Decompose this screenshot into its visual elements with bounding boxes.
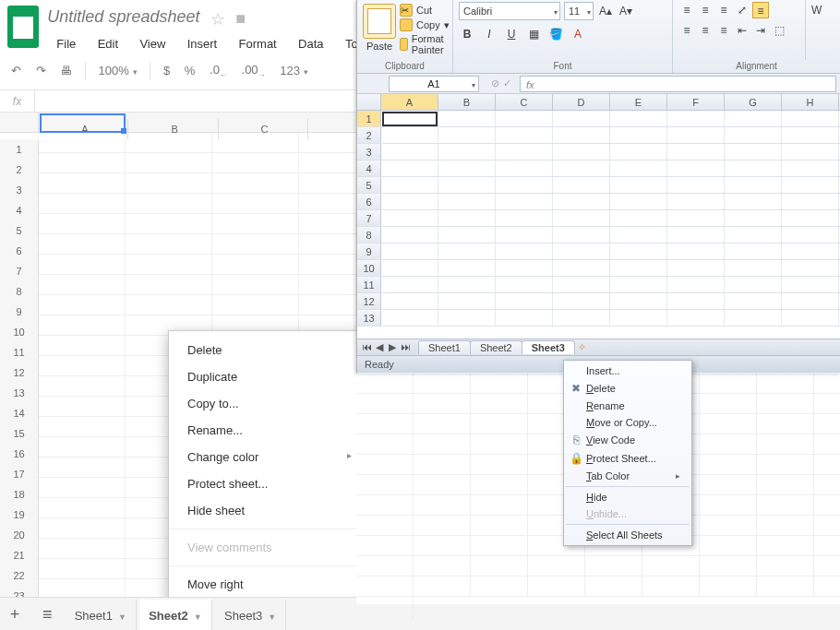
orientation-icon[interactable]: ⤢: [734, 2, 750, 18]
ctx-duplicate[interactable]: Duplicate: [169, 363, 370, 390]
row-header[interactable]: 7: [357, 210, 381, 226]
first-tab-icon[interactable]: ⏮: [361, 341, 372, 353]
more-formats[interactable]: 123: [274, 60, 314, 81]
star-icon[interactable]: ☆: [210, 9, 225, 30]
decrease-decimal[interactable]: .0←: [204, 59, 233, 83]
last-tab-icon[interactable]: ⏭: [400, 341, 411, 353]
wrap-text-icon[interactable]: ≡: [752, 2, 769, 18]
ctx-protect[interactable]: 🔒Protect Sheet...: [566, 449, 690, 468]
xl-grid[interactable]: A B C D E F G H 12345678910111213: [357, 94, 840, 339]
menu-edit[interactable]: Edit: [89, 33, 127, 54]
row-header[interactable]: 10: [357, 260, 381, 276]
col-E[interactable]: E: [610, 94, 667, 110]
prev-tab-icon[interactable]: ◀: [374, 341, 385, 353]
align-top-icon[interactable]: ≡: [678, 2, 695, 18]
xl-tab-sheet1[interactable]: Sheet1: [418, 340, 471, 354]
wrap-text-button[interactable]: W: [811, 4, 822, 17]
ctx-delete[interactable]: ✖Delete: [566, 379, 690, 398]
all-sheets-button[interactable]: ≡: [32, 598, 62, 630]
row-header[interactable]: 12: [357, 293, 381, 309]
col-A[interactable]: A: [381, 94, 438, 110]
align-middle-icon[interactable]: ≡: [697, 2, 714, 18]
ctx-change-color[interactable]: Change color: [169, 444, 370, 470]
row-header[interactable]: 6: [357, 194, 381, 209]
row-header[interactable]: 11: [357, 277, 381, 292]
xl-row[interactable]: 13: [357, 310, 840, 327]
paste-icon[interactable]: [363, 4, 396, 39]
format-painter-button[interactable]: Format Painter: [400, 33, 450, 55]
xl-row[interactable]: 5: [357, 177, 840, 194]
gs-tab-sheet1[interactable]: Sheet1▼: [66, 600, 137, 630]
fill-color-button[interactable]: 🪣: [547, 26, 564, 42]
align-right-icon[interactable]: ≡: [715, 22, 732, 39]
col-G[interactable]: G: [725, 94, 782, 110]
increase-indent-icon[interactable]: ⇥: [752, 22, 769, 39]
underline-button[interactable]: U: [503, 26, 520, 42]
merge-icon[interactable]: ⬚: [771, 22, 787, 39]
xl-row[interactable]: 7: [357, 210, 840, 227]
ctx-delete[interactable]: Delete: [169, 337, 370, 363]
col-F[interactable]: F: [667, 94, 725, 110]
ctx-view-code[interactable]: ⎘View Code: [566, 431, 690, 449]
bold-button[interactable]: B: [459, 26, 475, 42]
ctx-move-right[interactable]: Move right: [169, 571, 370, 598]
menu-insert[interactable]: Insert: [178, 33, 227, 54]
zoom-select[interactable]: 100%: [93, 60, 143, 81]
row-header[interactable]: 8: [357, 227, 381, 243]
align-center-icon[interactable]: ≡: [697, 22, 714, 39]
gs-tab-sheet3[interactable]: Sheet3▼: [215, 600, 286, 630]
undo-icon[interactable]: ↶: [6, 60, 27, 81]
borders-button[interactable]: ▦: [525, 26, 542, 42]
gs-tab-sheet2[interactable]: Sheet2▼: [139, 600, 212, 630]
ctx-insert[interactable]: Insert...: [566, 363, 690, 379]
decrease-indent-icon[interactable]: ⇤: [734, 22, 750, 39]
col-D[interactable]: D: [553, 94, 610, 110]
tab-nav[interactable]: ⏮ ◀ ▶ ⏭: [361, 341, 411, 353]
align-bottom-icon[interactable]: ≡: [715, 2, 732, 18]
ctx-move-or-copy[interactable]: Move or Copy...: [566, 414, 690, 431]
select-all-corner[interactable]: [0, 113, 39, 133]
formula-input[interactable]: [520, 76, 836, 92]
align-left-icon[interactable]: ≡: [678, 22, 695, 39]
col-H[interactable]: H: [782, 94, 839, 110]
xl-row[interactable]: 10: [357, 260, 840, 277]
increase-decimal[interactable]: .00→: [236, 59, 271, 83]
row-header[interactable]: 13: [357, 310, 381, 326]
copy-button[interactable]: Copy ▾: [400, 18, 450, 31]
row-header[interactable]: 5: [357, 177, 381, 193]
select-all-corner[interactable]: [357, 94, 381, 110]
paste-button[interactable]: Paste: [363, 41, 396, 52]
xl-tab-sheet3[interactable]: Sheet3: [522, 340, 575, 354]
increase-font-icon[interactable]: A▴: [597, 3, 614, 19]
ctx-select-all[interactable]: Select All Sheets: [566, 527, 690, 543]
font-name-select[interactable]: Calibri: [459, 2, 560, 20]
font-size-select[interactable]: 11: [564, 2, 594, 20]
row-header[interactable]: 9: [357, 244, 381, 259]
font-color-button[interactable]: A: [570, 26, 586, 42]
cut-button[interactable]: ✂Cut: [400, 4, 450, 17]
xl-row[interactable]: 12: [357, 293, 840, 310]
xl-row[interactable]: 8: [357, 227, 840, 244]
add-sheet-button[interactable]: +: [0, 598, 30, 630]
xl-row[interactable]: 4: [357, 160, 840, 177]
ctx-protect[interactable]: Protect sheet...: [169, 470, 370, 497]
print-icon[interactable]: 🖶: [54, 60, 78, 81]
row-header[interactable]: 3: [357, 144, 381, 160]
menu-data[interactable]: Data: [289, 33, 332, 54]
ctx-hide[interactable]: Hide: [566, 489, 690, 505]
menu-view[interactable]: View: [130, 33, 174, 54]
italic-button[interactable]: I: [481, 26, 498, 42]
row-header[interactable]: 1: [357, 111, 381, 126]
redo-icon[interactable]: ↷: [30, 60, 52, 81]
ctx-rename[interactable]: Rename...: [169, 417, 370, 444]
menu-file[interactable]: File: [47, 33, 85, 54]
format-percent[interactable]: %: [179, 60, 201, 81]
ctx-tab-color[interactable]: Tab Color: [566, 468, 690, 484]
folder-icon[interactable]: ■: [235, 9, 246, 29]
format-currency[interactable]: $: [158, 60, 175, 81]
row-header[interactable]: 4: [357, 160, 381, 176]
xl-tab-sheet2[interactable]: Sheet2: [470, 340, 522, 354]
decrease-font-icon[interactable]: A▾: [618, 3, 634, 19]
xl-row[interactable]: 9: [357, 244, 840, 260]
col-C[interactable]: C: [496, 94, 553, 110]
